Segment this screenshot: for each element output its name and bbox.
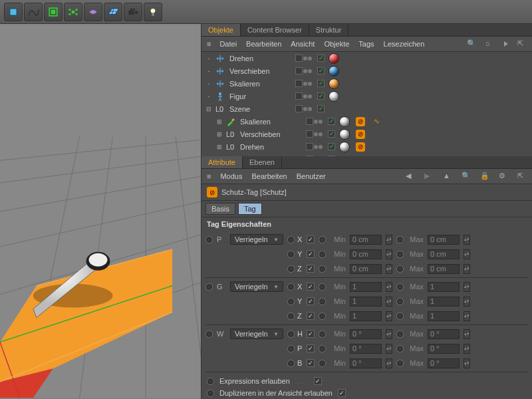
- tree-row[interactable]: ⊟L0Szene: [201, 102, 532, 115]
- param-dot[interactable]: [287, 313, 295, 320]
- expand-toggle[interactable]: -: [205, 93, 212, 100]
- protection-tag-icon[interactable]: ⊘: [356, 117, 365, 126]
- spinner[interactable]: ▴▾: [464, 264, 470, 274]
- axis-checkbox[interactable]: [307, 250, 315, 258]
- spinner[interactable]: ▴▾: [386, 344, 392, 354]
- object-name[interactable]: Drehen: [228, 55, 289, 63]
- param-dot[interactable]: [319, 283, 326, 291]
- layer-dots[interactable]: [292, 105, 315, 112]
- expand-icon[interactable]: ⇱: [517, 172, 527, 181]
- min-input[interactable]: 1: [350, 282, 382, 292]
- spinner[interactable]: ▴▾: [386, 282, 392, 292]
- material-sphere-icon[interactable]: [339, 116, 350, 127]
- tab-struktur[interactable]: Struktur: [309, 24, 349, 36]
- material-sphere-icon[interactable]: [329, 53, 339, 64]
- visibility-checkbox[interactable]: [328, 118, 335, 125]
- menu-ansicht[interactable]: Ansicht: [291, 40, 315, 48]
- min-input[interactable]: 0 °: [350, 344, 382, 354]
- spinner[interactable]: ▴▾: [464, 235, 470, 245]
- spinner[interactable]: ▴▾: [464, 358, 470, 368]
- nav-fwd-icon[interactable]: ▶: [424, 172, 434, 181]
- spinner[interactable]: ▴▾: [464, 344, 470, 354]
- nav-back-icon[interactable]: ◀: [406, 172, 415, 181]
- tag-slot[interactable]: [327, 91, 340, 102]
- param-dot[interactable]: [287, 265, 295, 273]
- plane-tool-icon[interactable]: [104, 3, 122, 21]
- visibility-checkbox[interactable]: [328, 143, 335, 150]
- axis-checkbox[interactable]: [307, 265, 315, 273]
- expand-toggle[interactable]: -: [205, 55, 212, 62]
- spinner[interactable]: ▴▾: [386, 264, 392, 274]
- layer-dots[interactable]: [303, 130, 325, 138]
- visibility-checkbox[interactable]: [317, 67, 325, 74]
- expand-toggle[interactable]: ⊞: [216, 118, 223, 125]
- expand-toggle[interactable]: ⊞: [216, 144, 223, 150]
- up-arrow-icon[interactable]: ▲: [443, 172, 452, 181]
- object-name[interactable]: Verschieben: [228, 67, 289, 75]
- lock-dropdown[interactable]: Verriegeln▼: [230, 281, 283, 292]
- spinner[interactable]: ▴▾: [386, 235, 392, 245]
- expand-toggle[interactable]: -: [205, 68, 212, 74]
- cube-tool-icon[interactable]: [4, 3, 23, 21]
- max-input[interactable]: 1: [428, 311, 460, 321]
- axis-checkbox[interactable]: [307, 330, 315, 338]
- param-dot[interactable]: [396, 313, 404, 320]
- param-dot[interactable]: [287, 345, 295, 352]
- tree-row[interactable]: -Verschieben: [201, 65, 532, 77]
- tag-slot[interactable]: [338, 142, 351, 152]
- expand-icon[interactable]: ⇱: [517, 39, 527, 49]
- max-input[interactable]: 0 °: [428, 329, 460, 339]
- array-tool-icon[interactable]: [44, 3, 63, 21]
- param-dot[interactable]: [396, 360, 404, 367]
- param-dot[interactable]: [319, 331, 326, 338]
- min-input[interactable]: 0 °: [350, 358, 382, 368]
- spinner[interactable]: ▴▾: [464, 282, 470, 292]
- lock-icon[interactable]: 🔒: [480, 172, 489, 181]
- tree-row[interactable]: -Drehen: [201, 52, 532, 65]
- axis-checkbox[interactable]: [307, 359, 315, 367]
- min-input[interactable]: 1: [350, 311, 382, 321]
- menu-objekte[interactable]: Objekte: [324, 40, 349, 48]
- param-dot[interactable]: [205, 236, 213, 243]
- layer-dots[interactable]: [303, 143, 325, 150]
- min-input[interactable]: 1: [350, 297, 382, 307]
- axis-checkbox[interactable]: [307, 312, 315, 320]
- lock-dropdown[interactable]: Verriegeln▼: [230, 329, 283, 339]
- tree-row[interactable]: -Figur: [201, 90, 532, 102]
- min-input[interactable]: 0 cm: [350, 249, 382, 259]
- param-dot[interactable]: [287, 360, 295, 367]
- expand-toggle[interactable]: ⊟: [205, 106, 212, 112]
- expressions-checkbox[interactable]: [314, 377, 322, 385]
- param-dot[interactable]: [287, 236, 295, 243]
- tab-attribute[interactable]: Attribute: [201, 156, 243, 168]
- param-dot[interactable]: [319, 313, 326, 320]
- spinner[interactable]: ▴▾: [464, 311, 470, 321]
- menu-benutzer[interactable]: Benutzer: [297, 172, 326, 180]
- spinner[interactable]: ▴▾: [386, 297, 392, 307]
- protection-tag-icon[interactable]: ⊘: [356, 142, 365, 152]
- max-input[interactable]: 0 °: [428, 344, 460, 354]
- axis-checkbox[interactable]: [307, 344, 315, 352]
- tag-slot[interactable]: ⊘: [354, 117, 367, 126]
- object-name[interactable]: Skalieren: [239, 118, 300, 126]
- min-input[interactable]: 0 cm: [350, 264, 382, 274]
- tree-row[interactable]: ⊞L0Verschieben⊘: [201, 128, 532, 140]
- param-dot[interactable]: [287, 298, 295, 305]
- visibility-checkbox[interactable]: [328, 130, 335, 138]
- object-tree[interactable]: -Drehen-Verschieben-Skalieren-Figur⊟L0Sz…: [201, 52, 532, 156]
- max-input[interactable]: 0 cm: [428, 249, 460, 259]
- tab-content-browser[interactable]: Content Browser: [241, 24, 309, 36]
- tree-row[interactable]: -Skalieren: [201, 77, 532, 90]
- max-input[interactable]: 0 cm: [428, 235, 460, 245]
- axis-checkbox[interactable]: [307, 297, 315, 305]
- tag-slot[interactable]: ∿: [370, 117, 383, 126]
- object-name[interactable]: Szene: [228, 105, 289, 113]
- param-dot[interactable]: [319, 360, 326, 367]
- max-input[interactable]: 1: [428, 282, 460, 292]
- tree-row[interactable]: ⊞Skalieren⊘∿: [201, 115, 532, 128]
- object-name[interactable]: Figur: [228, 92, 289, 100]
- spinner[interactable]: ▴▾: [386, 249, 392, 259]
- max-input[interactable]: 0 °: [428, 358, 460, 368]
- subtab-basis[interactable]: Basis: [205, 203, 235, 215]
- param-dot[interactable]: [396, 236, 404, 243]
